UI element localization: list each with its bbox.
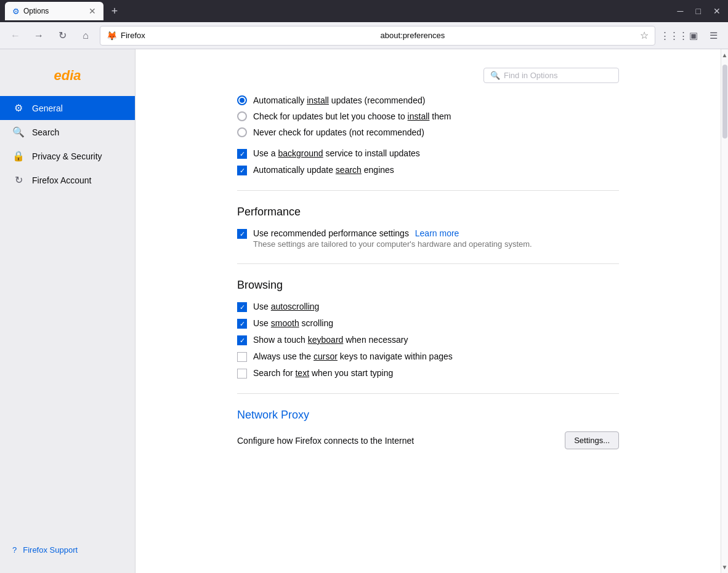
menu-button[interactable]: ☰ — [705, 27, 722, 44]
browser-toolbar: ← → ↻ ⌂ 🦊 Firefox about:preferences ☆ ⋮⋮… — [0, 22, 728, 49]
checkbox-update-search: Automatically update search engines — [237, 165, 619, 175]
checkbox-touch-keyboard: Show a touch keyboard when necessary — [237, 335, 619, 345]
support-label: Firefox Support — [23, 545, 78, 555]
checkbox-search-text-label: Search for text when you start typing — [253, 368, 393, 378]
checkbox-smooth-scrolling-label: Use smooth scrolling — [253, 318, 333, 328]
find-search-icon: 🔍 — [490, 71, 500, 80]
radio-auto-install-button[interactable] — [237, 95, 247, 105]
tab-close-button[interactable]: ✕ — [89, 7, 96, 15]
radio-auto-install-label: Automatically install updates (recommend… — [253, 95, 425, 105]
checkbox-smooth-scrolling-input[interactable] — [237, 319, 247, 329]
address-text: about:preferences — [381, 31, 637, 40]
find-placeholder: Find in Options — [504, 71, 557, 80]
sidebar-item-firefox-account[interactable]: ↻ Firefox Account — [0, 168, 135, 192]
checkbox-cursor-keys-label: Always use the cursor keys to navigate w… — [253, 351, 453, 361]
sidebar-toggle-button[interactable]: ▣ — [685, 27, 702, 44]
tab-icon: ⚙ — [12, 7, 20, 16]
checkbox-background-service-label: Use a background service to install upda… — [253, 148, 420, 158]
performance-title: Performance — [237, 206, 619, 218]
sidebar-label-general: General — [32, 103, 63, 113]
scroll-up-arrow[interactable]: ▲ — [721, 50, 728, 60]
tab-label: Options — [23, 7, 85, 15]
sidebar: edia ⚙ General 🔍 Search 🔒 Privacy & Secu… — [0, 49, 135, 573]
firefox-icon: 🦊 — [107, 31, 117, 41]
find-options-bar: 🔍 Find in Options — [237, 62, 619, 83]
gear-icon: ⚙ — [12, 102, 25, 114]
network-proxy-row: Configure how Firefox connects to the In… — [237, 431, 619, 449]
scroll-thumb[interactable] — [722, 65, 727, 138]
radio-never-check-button[interactable] — [237, 127, 247, 137]
sidebar-nav: ⚙ General 🔍 Search 🔒 Privacy & Security … — [0, 96, 135, 539]
home-button[interactable]: ⌂ — [76, 26, 95, 45]
network-settings-button[interactable]: Settings... — [565, 431, 619, 449]
sidebar-item-search[interactable]: 🔍 Search — [0, 120, 135, 144]
main-content: 🔍 Find in Options Automatically install … — [135, 49, 721, 573]
radio-check-only-label: Check for updates but let you choose to … — [253, 111, 451, 121]
back-button[interactable]: ← — [6, 26, 25, 45]
address-bar[interactable]: 🦊 Firefox about:preferences ☆ — [100, 26, 655, 46]
network-proxy-title: Network Proxy — [237, 409, 619, 422]
divider-performance — [237, 190, 619, 191]
sidebar-label-search: Search — [32, 127, 59, 137]
sidebar-item-privacy[interactable]: 🔒 Privacy & Security — [0, 144, 135, 168]
checkbox-update-search-input[interactable] — [237, 166, 247, 175]
library-button[interactable]: ⋮⋮⋮ — [665, 27, 682, 44]
performance-label-wrapper: Use recommended performance settings Lea… — [253, 228, 532, 249]
checkbox-autoscrolling: Use autoscrolling — [237, 302, 619, 312]
firefox-label: Firefox — [121, 31, 377, 40]
firefox-support-link[interactable]: ? Firefox Support — [12, 545, 123, 555]
sidebar-label-privacy: Privacy & Security — [32, 151, 102, 161]
bookmark-star-icon[interactable]: ☆ — [640, 30, 649, 41]
radio-check-only-button[interactable] — [237, 111, 247, 121]
radio-auto-install: Automatically install updates (recommend… — [237, 95, 619, 105]
forward-button[interactable]: → — [30, 26, 48, 45]
checkbox-cursor-keys-input[interactable] — [237, 352, 247, 362]
sidebar-footer: ? Firefox Support — [0, 539, 135, 561]
checkbox-cursor-keys: Always use the cursor keys to navigate w… — [237, 351, 619, 362]
search-icon: 🔍 — [12, 126, 25, 138]
checkbox-performance: Use recommended performance settings Lea… — [237, 228, 619, 249]
learn-more-link[interactable]: Learn more — [415, 228, 459, 238]
updates-section: Automatically install updates (recommend… — [237, 95, 619, 175]
new-tab-button[interactable]: + — [106, 2, 123, 20]
lock-icon: 🔒 — [12, 150, 25, 162]
browser-tab[interactable]: ⚙ Options ✕ — [5, 2, 103, 20]
browsing-title: Browsing — [237, 279, 619, 292]
scrollbar: ▲ ▼ — [721, 49, 728, 573]
checkbox-search-text-input[interactable] — [237, 369, 247, 379]
network-proxy-section: Network Proxy Configure how Firefox conn… — [237, 409, 619, 449]
performance-description: These settings are tailored to your comp… — [253, 239, 532, 249]
minimize-button[interactable]: ─ — [675, 4, 686, 18]
radio-never-check: Never check for updates (not recommended… — [237, 127, 619, 137]
radio-never-check-label: Never check for updates (not recommended… — [253, 127, 424, 137]
checkbox-background-service: Use a background service to install upda… — [237, 148, 619, 159]
refresh-button[interactable]: ↻ — [53, 26, 71, 45]
question-icon: ? — [12, 545, 17, 555]
window-controls: ─ □ ✕ — [675, 4, 723, 18]
maximize-button[interactable]: □ — [694, 4, 703, 18]
close-button[interactable]: ✕ — [711, 4, 723, 18]
find-options-input[interactable]: 🔍 Find in Options — [483, 68, 619, 83]
browsing-section: Browsing Use autoscrolling Use smooth sc… — [237, 279, 619, 379]
checkbox-touch-keyboard-input[interactable] — [237, 335, 247, 345]
performance-label: Use recommended performance settings — [253, 228, 409, 238]
sidebar-label-account: Firefox Account — [32, 175, 92, 185]
checkbox-touch-keyboard-label: Show a touch keyboard when necessary — [253, 335, 408, 345]
checkbox-autoscrolling-label: Use autoscrolling — [253, 302, 319, 311]
performance-section: Performance Use recommended performance … — [237, 206, 619, 249]
divider-browsing — [237, 263, 619, 264]
checkbox-update-search-label: Automatically update search engines — [253, 165, 394, 175]
sidebar-logo: edia — [0, 62, 135, 96]
sync-icon: ↻ — [12, 174, 25, 186]
scroll-down-arrow[interactable]: ▼ — [721, 563, 728, 572]
radio-check-only: Check for updates but let you choose to … — [237, 111, 619, 121]
checkbox-smooth-scrolling: Use smooth scrolling — [237, 318, 619, 329]
checkbox-performance-input[interactable] — [237, 229, 247, 239]
checkbox-background-service-input[interactable] — [237, 149, 247, 159]
sidebar-item-general[interactable]: ⚙ General — [0, 96, 135, 120]
checkbox-autoscrolling-input[interactable] — [237, 302, 247, 312]
network-proxy-description: Configure how Firefox connects to the In… — [237, 436, 414, 446]
toolbar-right: ⋮⋮⋮ ▣ ☰ — [665, 27, 722, 44]
firefox-logo-text: edia — [54, 68, 81, 84]
divider-network — [237, 393, 619, 394]
